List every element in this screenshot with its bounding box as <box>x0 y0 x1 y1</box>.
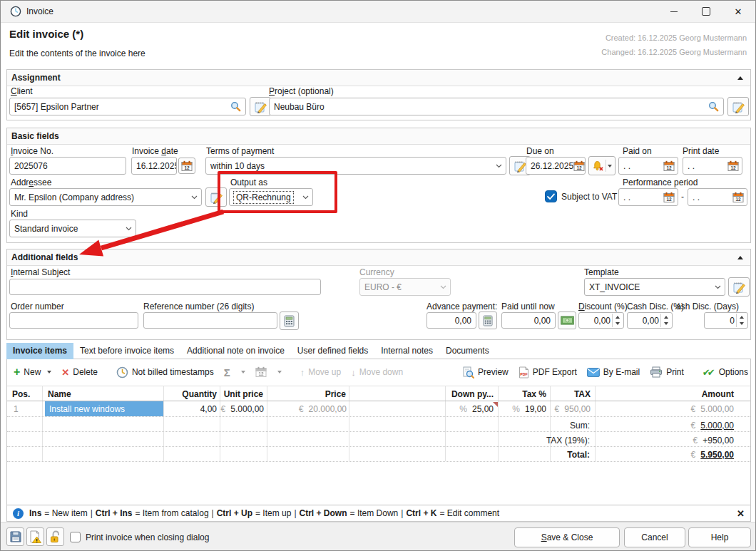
tab-additional-note-on-invoice[interactable]: Additional note on invoice <box>180 343 291 359</box>
discount-spinner[interactable]: 0,00 <box>578 312 624 329</box>
col-header-tax-percent[interactable]: Tax % <box>498 389 546 399</box>
options-button[interactable]: ✔ ✔ Options <box>700 365 756 380</box>
assignment-section-header[interactable]: Assignment <box>7 70 750 86</box>
additional-fields-section-header[interactable]: Additional fields <box>7 249 750 266</box>
print-on-close-label[interactable]: Print invoice when closing dialog <box>86 532 209 542</box>
template-combo[interactable]: XT_INVOICE <box>584 278 725 296</box>
tab-text-before-invoice-items[interactable]: Text before invoice items <box>73 343 180 359</box>
close-button[interactable]: ✕ <box>722 1 755 22</box>
col-header-down-payment[interactable]: Down py... <box>445 389 494 399</box>
sum-button[interactable]: Σ <box>221 364 248 381</box>
col-header-unit-price[interactable]: Unit price <box>220 389 263 399</box>
order-number-input[interactable] <box>9 312 138 329</box>
advance-payment-input[interactable]: 0,00 <box>426 312 476 329</box>
print-on-close-checkbox[interactable] <box>70 532 81 542</box>
advance-calculator-button[interactable] <box>479 311 497 329</box>
lock-button[interactable] <box>46 527 64 546</box>
performance-to-input[interactable]: . . 12 <box>688 188 747 206</box>
calendar-icon[interactable]: 12 <box>732 192 744 203</box>
cash-discount-spinner[interactable]: 0,00 <box>627 312 673 329</box>
collapse-up-icon[interactable] <box>737 256 743 259</box>
col-header-tax[interactable]: TAX <box>550 389 591 399</box>
due-on-input[interactable]: 26.12.2025 12 <box>526 157 586 175</box>
payments-money-button[interactable] <box>558 311 576 329</box>
col-header-pos[interactable]: Pos. <box>12 389 30 399</box>
reference-calculator-button[interactable] <box>280 311 299 330</box>
invoice-date-input[interactable]: 16.12.2025 <box>131 157 177 175</box>
row-down-payment[interactable]: %25,00 <box>445 404 494 414</box>
tab-user-defined-fields[interactable]: User defined fields <box>291 343 374 359</box>
paid-until-now-input[interactable]: 0,00 <box>501 312 556 329</box>
project-input[interactable]: Neubau Büro <box>269 98 724 115</box>
addressee-edit-button[interactable] <box>205 187 227 207</box>
move-down-button[interactable]: ↓ Move down <box>348 365 406 380</box>
kind-combo[interactable]: Standard invoice <box>9 220 136 237</box>
save-and-close-button[interactable]: Save & Close <box>514 527 620 547</box>
print-date-input[interactable]: . . 12 <box>683 157 742 175</box>
move-up-button[interactable]: ↑ Move up <box>297 365 344 380</box>
addressee-combo[interactable]: Mr. Epsilon (Company address) <box>9 188 202 206</box>
row-amount[interactable]: €5.000,00 <box>595 404 734 414</box>
row-quantity[interactable]: 4,00 <box>163 404 217 414</box>
new-item-button[interactable]: + New <box>11 365 54 379</box>
row-price[interactable]: €20.000,00 <box>267 404 347 414</box>
not-billed-timestamps-button[interactable]: Not billed timestamps <box>113 364 217 381</box>
cancel-button[interactable]: Cancel <box>624 527 685 547</box>
by-email-button[interactable]: By E-mail <box>584 365 643 379</box>
internal-subject-input[interactable] <box>9 279 321 295</box>
help-button[interactable]: Help <box>688 527 751 547</box>
row-tax[interactable]: €950,00 <box>550 404 591 414</box>
invoice-no-input[interactable]: 2025076 <box>9 157 126 175</box>
title-bar[interactable]: Invoice ✕ <box>1 1 755 23</box>
calendar-icon[interactable]: 12 <box>663 192 675 203</box>
cash-discount-days-spinner[interactable]: 0 <box>704 312 748 329</box>
client-edit-button[interactable] <box>250 97 271 116</box>
document-warning-button[interactable] <box>26 527 44 546</box>
calendar-icon[interactable]: 12 <box>663 160 675 172</box>
output-as-combo[interactable]: QR-Rechnung <box>229 188 313 206</box>
dropdown-arrow-icon[interactable] <box>277 371 282 374</box>
delete-item-button[interactable]: ✕ Delete <box>58 365 101 380</box>
col-header-amount[interactable]: Amount <box>595 389 734 399</box>
subject-to-vat-checkbox[interactable] <box>545 190 557 202</box>
reminder-bell-button[interactable] <box>588 156 615 175</box>
col-header-name[interactable]: Name <box>48 389 71 399</box>
search-icon[interactable] <box>708 101 719 112</box>
row-pos[interactable]: 1 <box>14 404 19 414</box>
search-icon[interactable] <box>230 101 241 112</box>
invoice-date-calendar-button[interactable]: 12 <box>178 158 195 174</box>
minimize-button[interactable] <box>658 1 690 22</box>
pdf-export-button[interactable]: PDF PDF Export <box>516 364 580 381</box>
calendar-icon[interactable]: 12 <box>573 160 585 172</box>
project-edit-button[interactable] <box>727 97 749 116</box>
tab-internal-notes[interactable]: Internal notes <box>374 343 439 359</box>
save-template-button[interactable] <box>6 527 24 546</box>
col-header-quantity[interactable]: Quantity <box>163 389 217 399</box>
spinner-buttons[interactable] <box>612 314 623 327</box>
maximize-button[interactable] <box>690 1 722 22</box>
row-tax-percent[interactable]: %19,00 <box>498 404 546 414</box>
subject-to-vat-label[interactable]: Subject to VAT <box>561 192 617 202</box>
dropdown-arrow-icon[interactable] <box>608 165 612 168</box>
spinner-buttons[interactable] <box>736 314 747 327</box>
tab-invoice-items[interactable]: Invoice items <box>6 343 73 359</box>
row-unit-price[interactable]: €5.000,00 <box>220 404 264 414</box>
dropdown-arrow-icon[interactable] <box>47 371 51 374</box>
collapse-up-icon[interactable] <box>737 76 743 80</box>
terms-of-payment-combo[interactable]: within 10 days <box>205 157 506 175</box>
tab-documents[interactable]: Documents <box>439 343 496 359</box>
reference-number-input[interactable] <box>143 312 277 329</box>
col-header-price[interactable]: Price <box>267 389 346 399</box>
date-filter-button[interactable]: 12 <box>252 364 285 380</box>
row-name-selected-cell[interactable]: Install new windows <box>45 401 163 416</box>
calendar-icon[interactable]: 12 <box>727 160 739 172</box>
client-input[interactable]: [5657] Epsilon Partner <box>9 98 246 115</box>
print-button[interactable]: Print <box>647 364 687 380</box>
dropdown-arrow-icon[interactable] <box>241 371 245 374</box>
hint-close-icon[interactable]: ✕ <box>737 508 745 519</box>
preview-button[interactable]: Preview <box>459 364 511 381</box>
performance-from-input[interactable]: . . 12 <box>618 188 678 206</box>
spinner-buttons[interactable] <box>660 314 671 327</box>
paid-on-input[interactable]: . . 12 <box>618 157 678 175</box>
template-edit-button[interactable] <box>728 277 750 297</box>
